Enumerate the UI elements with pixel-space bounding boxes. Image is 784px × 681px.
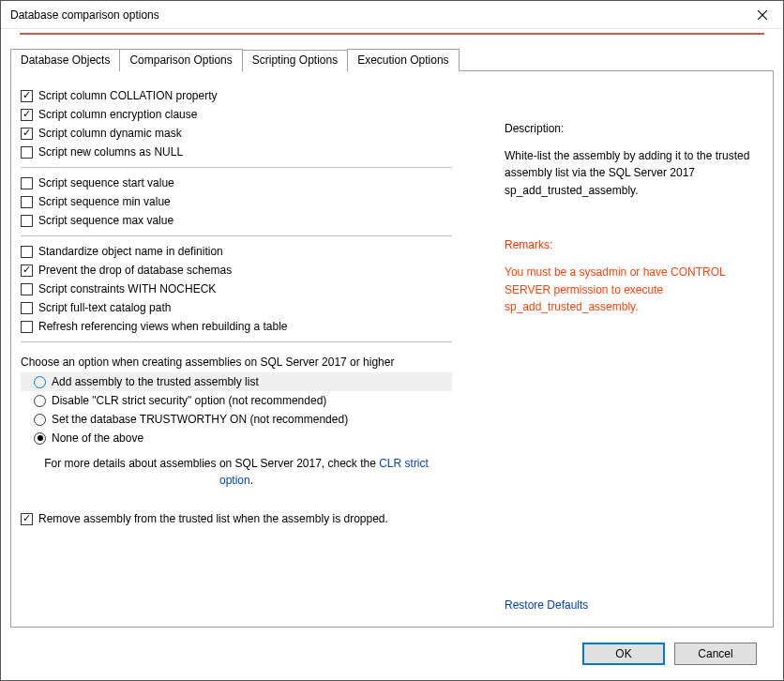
radio[interactable] [34,376,46,388]
button-label: Cancel [698,647,732,660]
radio-label: Disable "CLR strict security" option (no… [52,394,326,407]
option-label: Script column COLLATION property [38,89,218,102]
radio[interactable] [34,414,46,426]
tab-execution-options[interactable]: Execution Options [347,49,459,71]
description-block: Description: White-list the assembly by … [505,120,760,316]
tab-panel: Script column COLLATION property Script … [10,70,774,628]
option-label: Script column dynamic mask [38,127,182,140]
option-label: Script constraints WITH NOCHECK [38,282,216,295]
checkbox[interactable] [21,177,33,189]
option-group-remove-assembly: Remove assembly from the trusted list wh… [21,496,452,534]
ok-button[interactable]: OK [582,643,665,665]
assembly-footnote: For more details about assemblies on SQL… [21,447,452,491]
button-label: OK [615,647,631,660]
options-pane: Script column COLLATION property Script … [11,71,491,627]
checkbox[interactable] [21,283,33,295]
checkbox[interactable] [21,246,33,258]
radio[interactable] [34,395,46,407]
description-body: White-list the assembly by adding it to … [505,147,760,200]
titlebar: Database comparison options [1,1,783,29]
option-label: Refresh referencing views when rebuildin… [38,320,287,333]
checkbox[interactable] [21,215,33,227]
close-button[interactable] [741,1,783,28]
options-scroll[interactable]: Script column COLLATION property Script … [21,81,491,617]
tab-label: Comparison Options [129,53,232,67]
tab-comparison-options[interactable]: Comparison Options [119,49,242,71]
close-icon [758,10,767,20]
option-group-misc: Standardize object name in definition Pr… [21,236,452,342]
tab-label: Execution Options [357,53,448,67]
option-label: Remove assembly from the trusted list wh… [38,512,388,525]
footnote-text: For more details about assemblies on SQL… [44,457,379,470]
option-label: Prevent the drop of database schemas [38,264,232,277]
option-label: Script new columns as NULL [38,145,183,159]
dialog-footer: OK Cancel [10,628,774,680]
tab-strip: Database Objects Comparison Options Scri… [10,48,774,70]
radio-label: None of the above [52,431,143,445]
tab-label: Scripting Options [252,53,338,67]
description-pane: Description: White-list the assembly by … [491,71,773,627]
option-group-columns: Script column COLLATION property Script … [21,81,452,168]
radio[interactable] [34,432,46,445]
option-label: Script sequence start value [38,176,174,189]
checkbox[interactable] [21,321,33,333]
checkbox[interactable] [21,265,33,277]
cancel-button[interactable]: Cancel [674,643,757,665]
radio-label: Set the database TRUSTWORTHY ON (not rec… [52,413,348,426]
option-group-assembly: Choose an option when creating assemblie… [21,342,452,496]
accent-divider [20,33,764,35]
checkbox[interactable] [21,109,33,121]
dialog-window: Database comparison options Database Obj… [0,0,784,681]
footnote-text: . [250,474,253,487]
remarks-title: Remarks: [505,236,760,254]
restore-defaults-link[interactable]: Restore Defaults [505,598,760,612]
option-label: Script sequence min value [38,195,171,208]
remarks-body: You must be a sysadmin or have CONTROL S… [505,264,760,316]
option-label: Script full-text catalog path [38,301,171,314]
window-title: Database comparison options [10,8,159,22]
tab-scripting-options[interactable]: Scripting Options [242,50,348,72]
checkbox[interactable] [21,196,33,208]
option-label: Script sequence max value [38,214,173,227]
checkbox[interactable] [21,128,33,140]
tab-label: Database Objects [21,53,110,67]
checkbox[interactable] [21,302,33,314]
radio-label: Add assembly to the trusted assembly lis… [52,375,259,388]
option-label: Standardize object name in definition [38,245,223,258]
dialog-body: Database Objects Comparison Options Scri… [1,29,783,680]
option-group-sequence: Script sequence start value Script seque… [21,168,452,236]
checkbox[interactable] [21,90,33,102]
checkbox[interactable] [21,513,33,525]
option-label: Script column encryption clause [38,108,197,121]
assembly-heading: Choose an option when creating assemblie… [21,348,452,372]
tab-database-objects[interactable]: Database Objects [10,49,120,71]
checkbox[interactable] [21,146,33,159]
description-title: Description: [505,120,760,138]
